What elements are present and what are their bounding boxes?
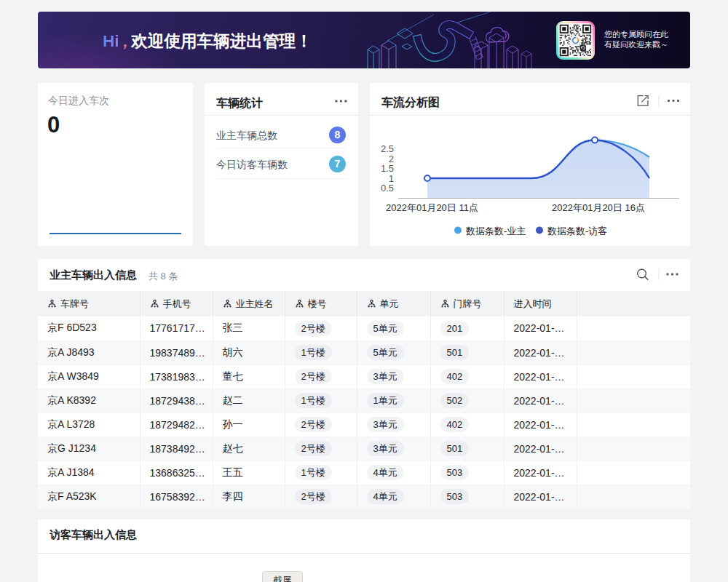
svg-text:数据条数-业主: 数据条数-业主 <box>465 226 526 236</box>
svg-text:0.5: 0.5 <box>381 183 394 194</box>
svg-text:数据条数-访客: 数据条数-访客 <box>547 226 607 236</box>
svg-text:2022年01月20日 11点: 2022年01月20日 11点 <box>386 202 478 213</box>
svg-text:2022年01月20日 16点: 2022年01月20日 16点 <box>552 202 645 213</box>
